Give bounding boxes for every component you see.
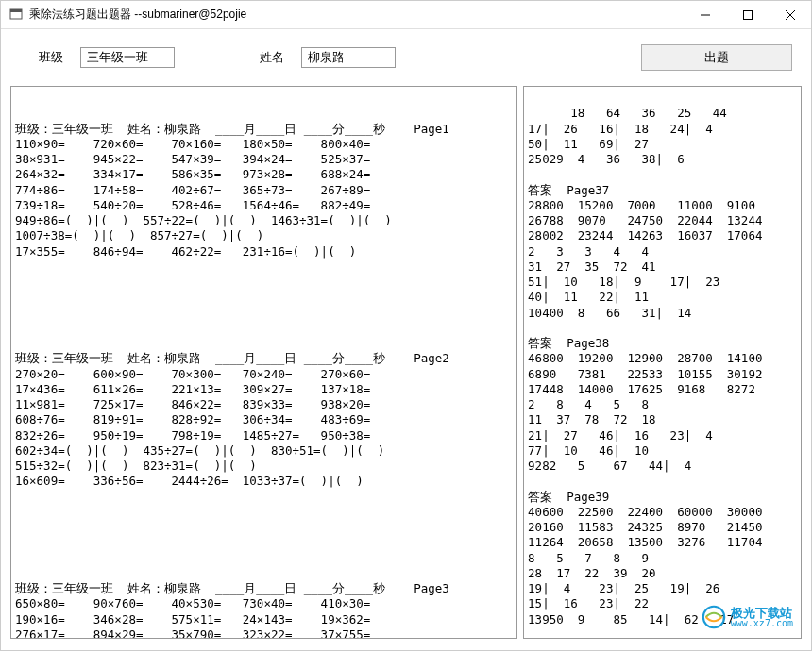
svg-rect-3: [743, 10, 752, 19]
watermark-site-name: 极光下载站: [731, 607, 793, 619]
questions-panel[interactable]: 班级：三年级一班 姓名：柳泉路 ____月____日 ____分____秒 Pa…: [10, 86, 517, 639]
form-area: 班级 姓名 出题: [1, 29, 811, 86]
watermark-text: 极光下载站 www.xz7.com: [731, 607, 793, 628]
titlebar-left: 乘除法练习题出题器 --submariner@52pojie: [8, 7, 246, 23]
watermark-url: www.xz7.com: [731, 619, 793, 628]
name-label: 姓名: [260, 49, 284, 66]
generate-button[interactable]: 出题: [641, 44, 792, 71]
content-area: 班级：三年级一班 姓名：柳泉路 ____月____日 ____分____秒 Pa…: [1, 86, 811, 650]
app-icon: [8, 8, 24, 23]
minimize-button[interactable]: [684, 1, 726, 28]
name-input[interactable]: [301, 47, 396, 68]
app-window: 乘除法练习题出题器 --submariner@52pojie 班级 姓名 出题 …: [0, 0, 812, 651]
maximize-button[interactable]: [726, 1, 769, 28]
close-button[interactable]: [769, 1, 811, 28]
window-controls: [684, 1, 811, 28]
svg-rect-1: [10, 9, 22, 12]
titlebar: 乘除法练习题出题器 --submariner@52pojie: [1, 1, 811, 29]
window-title: 乘除法练习题出题器 --submariner@52pojie: [29, 7, 246, 23]
class-input[interactable]: [80, 47, 175, 68]
answers-text: 18 64 36 25 44 17| 26 16| 18 24| 4 50| 1…: [528, 106, 762, 639]
class-label: 班级: [39, 49, 63, 66]
answers-panel[interactable]: 18 64 36 25 44 17| 26 16| 18 24| 4 50| 1…: [523, 86, 802, 639]
